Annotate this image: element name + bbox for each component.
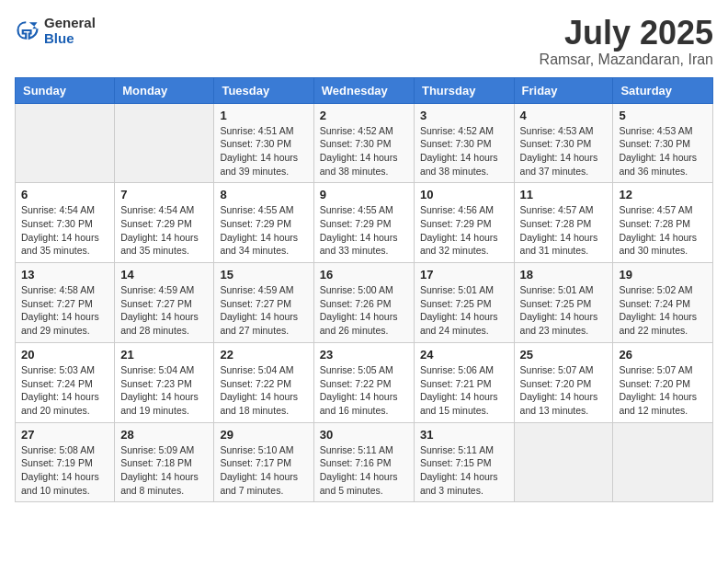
calendar-table: SundayMondayTuesdayWednesdayThursdayFrid… — [15, 77, 713, 503]
calendar-cell: 23Sunrise: 5:05 AMSunset: 7:22 PMDayligh… — [313, 342, 414, 422]
day-number: 30 — [320, 428, 408, 442]
day-info: Sunrise: 4:55 AMSunset: 7:29 PMDaylight:… — [320, 203, 408, 258]
day-info: Sunrise: 4:59 AMSunset: 7:27 PMDaylight:… — [220, 283, 307, 338]
calendar-cell: 22Sunrise: 5:04 AMSunset: 7:22 PMDayligh… — [214, 342, 313, 422]
calendar-cell: 24Sunrise: 5:06 AMSunset: 7:21 PMDayligh… — [414, 342, 514, 422]
day-info: Sunrise: 4:53 AMSunset: 7:30 PMDaylight:… — [520, 124, 608, 178]
day-number: 7 — [120, 188, 208, 201]
day-number: 25 — [520, 348, 608, 362]
calendar-week-row: 1Sunrise: 4:51 AMSunset: 7:30 PMDaylight… — [16, 103, 713, 183]
logo-icon — [15, 17, 40, 43]
day-number: 3 — [420, 109, 508, 122]
calendar-cell: 16Sunrise: 5:00 AMSunset: 7:26 PMDayligh… — [313, 263, 414, 343]
day-number: 14 — [120, 268, 208, 282]
calendar-week-row: 6Sunrise: 4:54 AMSunset: 7:30 PMDaylight… — [16, 183, 713, 263]
day-number: 9 — [320, 188, 408, 201]
day-number: 24 — [420, 348, 508, 362]
day-number: 26 — [619, 348, 707, 362]
day-info: Sunrise: 5:02 AMSunset: 7:24 PMDaylight:… — [619, 283, 707, 338]
logo: General Blue — [15, 15, 96, 46]
calendar-cell: 7Sunrise: 4:54 AMSunset: 7:29 PMDaylight… — [115, 183, 214, 263]
day-info: Sunrise: 5:05 AMSunset: 7:22 PMDaylight:… — [320, 363, 408, 418]
calendar-cell: 10Sunrise: 4:56 AMSunset: 7:29 PMDayligh… — [414, 183, 514, 263]
day-info: Sunrise: 5:07 AMSunset: 7:20 PMDaylight:… — [619, 363, 707, 418]
calendar-cell: 21Sunrise: 5:04 AMSunset: 7:23 PMDayligh… — [115, 342, 214, 422]
calendar-cell: 18Sunrise: 5:01 AMSunset: 7:25 PMDayligh… — [514, 263, 613, 343]
day-number: 10 — [420, 188, 508, 201]
day-info: Sunrise: 4:52 AMSunset: 7:30 PMDaylight:… — [320, 124, 408, 178]
day-number: 29 — [220, 428, 307, 442]
calendar-cell: 13Sunrise: 4:58 AMSunset: 7:27 PMDayligh… — [16, 263, 115, 343]
day-number: 18 — [520, 268, 608, 282]
calendar-week-row: 20Sunrise: 5:03 AMSunset: 7:24 PMDayligh… — [16, 342, 713, 422]
calendar-cell — [613, 422, 713, 502]
day-number: 1 — [220, 109, 307, 122]
day-number: 5 — [619, 109, 707, 122]
page-header: General Blue July 2025 Ramsar, Mazandara… — [15, 15, 713, 68]
month-title: July 2025 — [540, 15, 713, 52]
calendar-cell: 25Sunrise: 5:07 AMSunset: 7:20 PMDayligh… — [514, 342, 613, 422]
day-info: Sunrise: 4:58 AMSunset: 7:27 PMDaylight:… — [21, 283, 108, 338]
calendar-cell: 17Sunrise: 5:01 AMSunset: 7:25 PMDayligh… — [414, 263, 514, 343]
day-number: 21 — [120, 348, 208, 362]
day-info: Sunrise: 5:11 AMSunset: 7:16 PMDaylight:… — [320, 443, 408, 498]
calendar-cell: 2Sunrise: 4:52 AMSunset: 7:30 PMDaylight… — [313, 103, 414, 183]
calendar-cell: 12Sunrise: 4:57 AMSunset: 7:28 PMDayligh… — [613, 183, 713, 263]
day-number: 20 — [21, 348, 108, 362]
calendar-cell: 29Sunrise: 5:10 AMSunset: 7:17 PMDayligh… — [214, 422, 313, 502]
calendar-cell: 11Sunrise: 4:57 AMSunset: 7:28 PMDayligh… — [514, 183, 613, 263]
day-info: Sunrise: 5:01 AMSunset: 7:25 PMDaylight:… — [520, 283, 608, 338]
calendar-cell: 28Sunrise: 5:09 AMSunset: 7:18 PMDayligh… — [115, 422, 214, 502]
day-number: 6 — [21, 188, 108, 201]
calendar-cell: 6Sunrise: 4:54 AMSunset: 7:30 PMDaylight… — [16, 183, 115, 263]
calendar-cell: 14Sunrise: 4:59 AMSunset: 7:27 PMDayligh… — [115, 263, 214, 343]
day-number: 11 — [520, 188, 608, 201]
weekday-header-monday: Monday — [115, 77, 214, 103]
calendar-cell: 31Sunrise: 5:11 AMSunset: 7:15 PMDayligh… — [414, 422, 514, 502]
day-info: Sunrise: 4:53 AMSunset: 7:30 PMDaylight:… — [619, 124, 707, 178]
calendar-cell: 15Sunrise: 4:59 AMSunset: 7:27 PMDayligh… — [214, 263, 313, 343]
weekday-header-sunday: Sunday — [16, 77, 115, 103]
day-info: Sunrise: 5:10 AMSunset: 7:17 PMDaylight:… — [220, 443, 307, 498]
calendar-cell: 8Sunrise: 4:55 AMSunset: 7:29 PMDaylight… — [214, 183, 313, 263]
day-info: Sunrise: 5:08 AMSunset: 7:19 PMDaylight:… — [21, 443, 108, 498]
calendar-cell — [115, 103, 214, 183]
weekday-header-wednesday: Wednesday — [313, 77, 414, 103]
logo-text: General Blue — [44, 15, 96, 46]
day-number: 28 — [120, 428, 208, 442]
day-number: 22 — [220, 348, 307, 362]
calendar-cell: 1Sunrise: 4:51 AMSunset: 7:30 PMDaylight… — [214, 103, 313, 183]
day-info: Sunrise: 5:09 AMSunset: 7:18 PMDaylight:… — [120, 443, 208, 498]
day-number: 31 — [420, 428, 508, 442]
day-info: Sunrise: 5:04 AMSunset: 7:23 PMDaylight:… — [120, 363, 208, 418]
day-number: 15 — [220, 268, 307, 282]
calendar-week-row: 13Sunrise: 4:58 AMSunset: 7:27 PMDayligh… — [16, 263, 713, 343]
day-number: 19 — [619, 268, 707, 282]
day-number: 4 — [520, 109, 608, 122]
day-info: Sunrise: 4:54 AMSunset: 7:30 PMDaylight:… — [21, 203, 108, 258]
calendar-cell — [514, 422, 613, 502]
location: Ramsar, Mazandaran, Iran — [540, 52, 713, 68]
day-info: Sunrise: 5:07 AMSunset: 7:20 PMDaylight:… — [520, 363, 608, 418]
day-info: Sunrise: 4:57 AMSunset: 7:28 PMDaylight:… — [520, 203, 608, 258]
calendar-cell: 5Sunrise: 4:53 AMSunset: 7:30 PMDaylight… — [613, 103, 713, 183]
day-number: 12 — [619, 188, 707, 201]
day-info: Sunrise: 4:54 AMSunset: 7:29 PMDaylight:… — [120, 203, 208, 258]
calendar-cell: 9Sunrise: 4:55 AMSunset: 7:29 PMDaylight… — [313, 183, 414, 263]
weekday-header-thursday: Thursday — [414, 77, 514, 103]
weekday-header-friday: Friday — [514, 77, 613, 103]
day-info: Sunrise: 5:03 AMSunset: 7:24 PMDaylight:… — [21, 363, 108, 418]
calendar-cell: 3Sunrise: 4:52 AMSunset: 7:30 PMDaylight… — [414, 103, 514, 183]
calendar-cell: 20Sunrise: 5:03 AMSunset: 7:24 PMDayligh… — [16, 342, 115, 422]
calendar-week-row: 27Sunrise: 5:08 AMSunset: 7:19 PMDayligh… — [16, 422, 713, 502]
day-info: Sunrise: 5:11 AMSunset: 7:15 PMDaylight:… — [420, 443, 508, 498]
day-number: 27 — [21, 428, 108, 442]
day-info: Sunrise: 5:00 AMSunset: 7:26 PMDaylight:… — [320, 283, 408, 338]
weekday-header-saturday: Saturday — [613, 77, 713, 103]
day-info: Sunrise: 5:06 AMSunset: 7:21 PMDaylight:… — [420, 363, 508, 418]
day-info: Sunrise: 4:57 AMSunset: 7:28 PMDaylight:… — [619, 203, 707, 258]
day-info: Sunrise: 5:04 AMSunset: 7:22 PMDaylight:… — [220, 363, 307, 418]
day-info: Sunrise: 4:52 AMSunset: 7:30 PMDaylight:… — [420, 124, 508, 178]
calendar-header-row: SundayMondayTuesdayWednesdayThursdayFrid… — [16, 77, 713, 103]
calendar-cell: 19Sunrise: 5:02 AMSunset: 7:24 PMDayligh… — [613, 263, 713, 343]
